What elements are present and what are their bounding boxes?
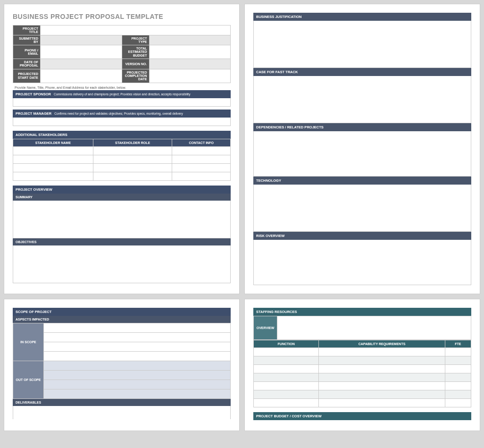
project-id-table: PROJECT TITLE SUBMITTED BY PROJECT TYPE …	[13, 25, 231, 83]
field-summary[interactable]	[13, 201, 231, 238]
table-cell[interactable]	[445, 373, 471, 382]
field-risk-overview[interactable]	[253, 240, 471, 285]
template-page-1-left: BUSINESS PROJECT PROPOSAL TEMPLATE PROJE…	[4, 4, 240, 294]
table-cell[interactable]	[445, 399, 471, 407]
label-date-of-proposal: DATE OFPROPOSAL	[13, 59, 41, 69]
table-cell[interactable]	[172, 163, 231, 172]
table-cell[interactable]	[445, 390, 471, 399]
table-cell[interactable]	[254, 390, 319, 399]
table-cell[interactable]	[445, 365, 471, 373]
table-cell[interactable]	[319, 356, 445, 365]
col-capability: CAPABILITY REQUIREMENTS	[319, 340, 445, 348]
project-sponsor-bar: PROJECT SPONSORCommissions delivery of a…	[13, 90, 231, 98]
table-cell[interactable]	[13, 172, 93, 180]
table-cell[interactable]	[445, 382, 471, 390]
risk-overview-header: RISK OVERVIEW	[253, 232, 471, 240]
additional-stakeholders-header: ADDITIONAL STAKEHOLDERS	[13, 131, 231, 139]
label-projected-completion: PROJECTEDCOMPLETION DATE	[122, 69, 149, 83]
field-total-budget[interactable]	[149, 45, 231, 59]
field-business-justification[interactable]	[253, 21, 471, 68]
stakeholder-note: Provide Name, Title, Phone, and Email Ad…	[15, 86, 231, 89]
table-cell[interactable]	[172, 155, 231, 163]
table-cell[interactable]	[319, 373, 445, 382]
table-cell[interactable]	[319, 348, 445, 356]
field-phone-email[interactable]	[41, 45, 122, 59]
field-in-scope-row[interactable]	[44, 342, 231, 352]
table-cell[interactable]	[93, 172, 172, 180]
out-of-scope-label: OUT OF SCOPE	[13, 361, 44, 399]
field-project-sponsor[interactable]	[13, 98, 231, 107]
table-cell[interactable]	[93, 155, 172, 163]
table-cell[interactable]	[93, 163, 172, 172]
staffing-table: FUNCTION CAPABILITY REQUIREMENTS FTE	[253, 340, 471, 407]
label-version-no: VERSION NO.	[122, 59, 149, 69]
table-cell[interactable]	[319, 382, 445, 390]
col-function: FUNCTION	[254, 340, 319, 348]
project-budget-header: PROJECT BUDGET / COST OVERVIEW	[253, 412, 471, 420]
field-project-manager[interactable]	[13, 118, 231, 126]
field-out-of-scope-row[interactable]	[44, 361, 231, 371]
field-project-title[interactable]	[41, 25, 231, 35]
field-staffing-overview[interactable]	[277, 316, 471, 340]
table-cell[interactable]	[254, 382, 319, 390]
template-page-1-right: BUSINESS JUSTIFICATION CASE FOR FAST TRA…	[244, 4, 480, 294]
project-manager-bar: PROJECT MANAGERConfirms need for project…	[13, 110, 231, 118]
table-cell[interactable]	[172, 146, 231, 155]
field-technology[interactable]	[253, 185, 471, 232]
table-cell[interactable]	[254, 356, 319, 365]
field-project-type[interactable]	[149, 35, 231, 45]
summary-header: SUMMARY	[13, 194, 231, 201]
table-cell[interactable]	[13, 163, 93, 172]
field-dependencies[interactable]	[253, 131, 471, 177]
template-page-2-right: STAFFING RESOURCES OVERVIEW FUNCTION CAP…	[244, 299, 480, 431]
field-submitted-by[interactable]	[41, 35, 122, 45]
table-cell[interactable]	[445, 356, 471, 365]
col-fte: FTE	[445, 340, 471, 348]
table-cell[interactable]	[319, 399, 445, 407]
deliverables-header: DELIVERABLES	[13, 399, 231, 406]
field-deliverables[interactable]	[13, 406, 231, 419]
dependencies-header: DEPENDENCIES / RELATED PROJECTS	[253, 123, 471, 131]
stakeholder-table: STAKEHOLDER NAME STAKEHOLDER ROLE CONTAC…	[13, 139, 231, 181]
table-cell[interactable]	[13, 146, 93, 155]
field-fast-track[interactable]	[253, 76, 471, 123]
objectives-header: OBJECTIVES	[13, 238, 231, 245]
field-version-no[interactable]	[149, 59, 231, 69]
table-cell[interactable]	[172, 172, 231, 180]
label-total-budget: TOTALESTIMATED BUDGET	[122, 45, 149, 59]
staffing-overview-label: OVERVIEW	[254, 316, 277, 340]
table-cell[interactable]	[319, 365, 445, 373]
table-cell[interactable]	[445, 348, 471, 356]
field-out-of-scope-row[interactable]	[44, 371, 231, 380]
field-out-of-scope-row[interactable]	[44, 380, 231, 389]
label-projected-start: PROJECTEDSTART DATE	[13, 69, 41, 83]
table-cell[interactable]	[254, 373, 319, 382]
business-justification-header: BUSINESS JUSTIFICATION	[253, 13, 471, 21]
table-cell[interactable]	[254, 365, 319, 373]
document-title: BUSINESS PROJECT PROPOSAL TEMPLATE	[13, 13, 231, 20]
field-out-of-scope-row[interactable]	[44, 389, 231, 399]
field-objectives[interactable]	[13, 245, 231, 283]
label-phone-email: PHONE / EMAIL	[13, 45, 41, 59]
col-contact-info: CONTACT INFO	[172, 139, 231, 146]
field-date-of-proposal[interactable]	[41, 59, 122, 69]
field-in-scope-row[interactable]	[44, 352, 231, 361]
table-cell[interactable]	[254, 399, 319, 407]
label-project-title: PROJECT TITLE	[13, 25, 41, 35]
field-in-scope-row[interactable]	[44, 333, 231, 342]
table-cell[interactable]	[319, 390, 445, 399]
table-cell[interactable]	[93, 146, 172, 155]
label-project-type: PROJECT TYPE	[122, 35, 149, 45]
field-in-scope-row[interactable]	[44, 323, 231, 333]
scope-table: IN SCOPE OUT OF SCOPE	[13, 323, 231, 399]
project-overview-header: PROJECT OVERVIEW	[13, 186, 231, 194]
field-projected-start[interactable]	[41, 69, 122, 83]
table-cell[interactable]	[13, 155, 93, 163]
table-cell[interactable]	[254, 348, 319, 356]
template-page-2-left: SCOPE OF PROJECT ASPECTS IMPACTED IN SCO…	[4, 299, 240, 431]
label-submitted-by: SUBMITTED BY	[13, 35, 41, 45]
field-projected-completion[interactable]	[149, 69, 231, 83]
staffing-header: STAFFING RESOURCES	[253, 308, 471, 316]
scope-header: SCOPE OF PROJECT	[13, 308, 231, 316]
aspects-impacted-header: ASPECTS IMPACTED	[13, 316, 231, 323]
